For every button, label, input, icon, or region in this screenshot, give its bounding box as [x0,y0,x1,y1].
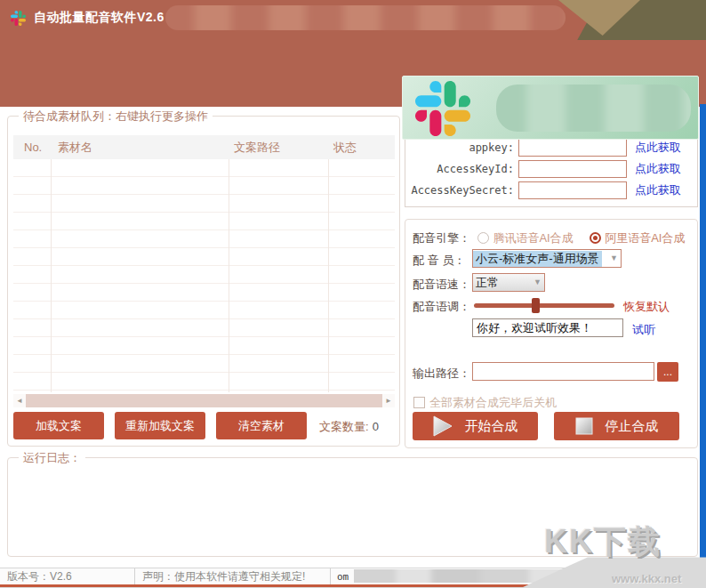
accesskeysecret-label: AccessKeySecret: [405,184,514,197]
speed-select-value: 正常 [473,275,501,291]
app-window: 自动批量配音软件V2.6 — □ ✕ 待合成素材队列：右键执行更多操作 No. … [0,0,706,588]
accesskeyid-get-link[interactable]: 点此获取 [635,161,681,177]
radio-on-icon[interactable] [590,232,601,244]
col-header-status: 状态 [328,140,390,156]
accesskeysecret-input[interactable] [518,181,627,199]
accesskeysecret-row: AccessKeySecret: 点此获取 [405,181,699,200]
engine-row: 配音引擎： 腾讯语音AI合成 阿里语音AI合成 [413,230,686,246]
voice-select[interactable]: 小云-标准女声-通用场景 ▼ [472,249,622,268]
pitch-slider-handle[interactable] [532,298,540,313]
redacted-title-area [165,5,566,30]
desktop-background [700,104,706,588]
preview-text-input[interactable] [472,318,623,337]
chevron-down-icon[interactable]: ▼ [610,254,618,262]
pitch-slider[interactable] [474,303,614,308]
play-icon [433,415,453,437]
queue-panel-title: 待合成素材队列：右键执行更多操作 [19,109,213,125]
settings-panel: 配音引擎： 腾讯语音AI合成 阿里语音AI合成 配 音 员： 小云-标准女声-通… [405,219,698,448]
watermark-url: www.kkx.net [612,572,681,585]
script-count-value: 0 [373,420,379,433]
load-script-button[interactable]: 加载文案 [13,412,104,439]
start-button-label: 开始合成 [465,418,518,435]
queue-table-body[interactable] [13,159,395,392]
params-panel: appkey: 点此获取 AccessKeyId: 点此获取 AccessKey… [405,130,698,207]
accesskeyid-label: AccessKeyId: [405,163,514,175]
statement-status: 声明：使用本软件请遵守相关规定! [135,568,331,585]
pitch-label: 配音语调： [413,299,470,315]
script-count: 文案数量:0 [319,419,379,435]
voice-select-value: 小云-标准女声-通用场景 [473,251,602,267]
stop-icon [575,417,593,435]
scroll-left-icon[interactable]: ◄ [13,394,26,407]
queue-table-header: No. 素材名 文案路径 状态 [13,135,395,159]
radio-ali-label[interactable]: 阿里语音AI合成 [605,231,685,245]
scroll-right-icon[interactable]: ► [382,394,395,407]
banner-area [0,36,706,107]
scrollbar-track[interactable] [26,394,382,407]
speed-label: 配音语速： [413,277,470,293]
stop-button[interactable]: 停止合成 [554,412,679,440]
app-logo-icon [11,11,26,26]
appkey-input[interactable] [518,139,627,157]
shutdown-option[interactable]: 全部素材合成完毕后关机 [413,394,557,411]
queue-panel: 待合成素材队列：右键执行更多操作 No. 素材名 文案路径 状态 ◄ ► 加载文… [7,116,400,447]
column-divider [328,159,329,392]
voice-label: 配 音 员： [413,253,465,269]
radio-ali-engine[interactable]: 阿里语音AI合成 [590,230,685,245]
radio-tencent-label[interactable]: 腾讯语音AI合成 [493,231,573,245]
reset-default-link[interactable]: 恢复默认 [623,299,670,315]
script-count-label: 文案数量: [319,420,369,433]
browse-button[interactable]: ... [657,362,678,382]
shutdown-label[interactable]: 全部素材合成完毕后关机 [429,396,557,409]
version-status: 版本号：V2.6 [0,568,135,585]
redacted-banner-text [496,85,691,132]
horizontal-scrollbar[interactable]: ◄ ► [13,394,395,407]
accesskeysecret-get-link[interactable]: 点此获取 [635,182,681,198]
clear-materials-button[interactable]: 清空素材 [216,412,307,439]
checkbox-icon[interactable] [413,397,425,408]
appkey-row: appkey: 点此获取 [405,138,699,157]
appkey-get-link[interactable]: 点此获取 [635,140,681,156]
ad-banner [402,76,699,140]
accesskeyid-input[interactable] [518,160,627,178]
window-title: 自动批量配音软件V2.6 [34,10,164,26]
output-path-label: 输出路径： [413,366,470,382]
col-header-path: 文案路径 [229,140,328,156]
speed-select[interactable]: 正常 ▼ [472,273,545,292]
accesskeyid-row: AccessKeyId: 点此获取 [405,159,699,179]
radio-tencent-engine[interactable]: 腾讯语音AI合成 [477,230,577,245]
log-panel-title: 运行日志： [19,450,85,466]
col-header-no: No. [13,141,51,154]
stop-button-label: 停止合成 [606,418,659,435]
appkey-label: appkey: [405,141,514,154]
slack-logo-icon [415,81,470,136]
start-button[interactable]: 开始合成 [413,412,538,440]
radio-off-icon[interactable] [477,232,489,244]
kk-download-watermark: KK下载 [544,520,662,564]
output-path-input[interactable] [472,362,654,381]
col-header-material: 素材名 [51,140,229,156]
engine-label: 配音引擎： [413,231,470,245]
reload-script-button[interactable]: 重新加载文案 [115,412,205,439]
chevron-down-icon[interactable]: ▼ [534,278,542,286]
column-divider [229,159,229,392]
column-divider [51,159,52,392]
listen-link[interactable]: 试听 [632,322,655,338]
